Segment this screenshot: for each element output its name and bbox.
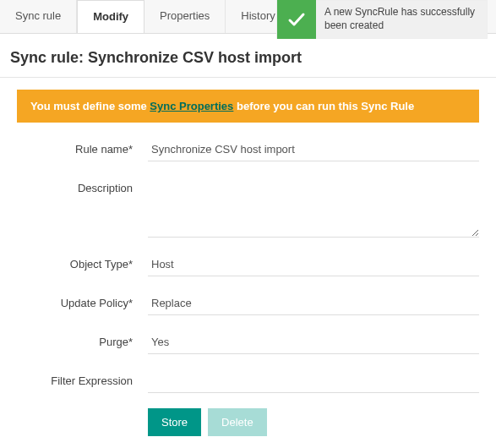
tab-sync-rule[interactable]: Sync rule xyxy=(0,0,77,33)
form-actions: Store Delete xyxy=(148,408,479,436)
row-object-type: Object Type* xyxy=(17,253,479,276)
sync-properties-link[interactable]: Sync Properties xyxy=(150,100,233,112)
filter-expression-input[interactable] xyxy=(148,369,479,393)
purge-input[interactable] xyxy=(148,331,479,354)
warning-prefix: You must define some xyxy=(30,100,150,112)
label-filter-expression: Filter Expression xyxy=(17,369,148,393)
row-purge: Purge* xyxy=(17,331,479,354)
row-description: Description xyxy=(17,177,479,238)
toast-message: A new SyncRule has successfully been cre… xyxy=(316,1,487,37)
checkmark-icon xyxy=(277,0,316,39)
page-title: Sync rule: Synchronize CSV host import xyxy=(0,34,496,78)
toast-success: A new SyncRule has successfully been cre… xyxy=(276,0,488,39)
warning-banner: You must define some Sync Properties bef… xyxy=(17,90,479,123)
delete-button[interactable]: Delete xyxy=(208,408,267,436)
warning-suffix: before you can run this Sync Rule xyxy=(233,100,414,112)
description-input[interactable] xyxy=(148,177,479,238)
label-rule-name: Rule name* xyxy=(17,138,148,161)
tab-modify[interactable]: Modify xyxy=(77,0,144,33)
store-button[interactable]: Store xyxy=(148,408,201,436)
label-description: Description xyxy=(17,177,148,238)
update-policy-input[interactable] xyxy=(148,292,479,315)
label-object-type: Object Type* xyxy=(17,253,148,276)
rule-name-input[interactable] xyxy=(148,138,479,161)
row-rule-name: Rule name* xyxy=(17,138,479,161)
form: Rule name* Description Object Type* Upda… xyxy=(0,138,496,448)
object-type-input[interactable] xyxy=(148,253,479,276)
tab-properties[interactable]: Properties xyxy=(144,0,226,33)
label-purge: Purge* xyxy=(17,331,148,354)
row-update-policy: Update Policy* xyxy=(17,292,479,315)
row-filter-expression: Filter Expression xyxy=(17,369,479,393)
label-update-policy: Update Policy* xyxy=(17,292,148,315)
